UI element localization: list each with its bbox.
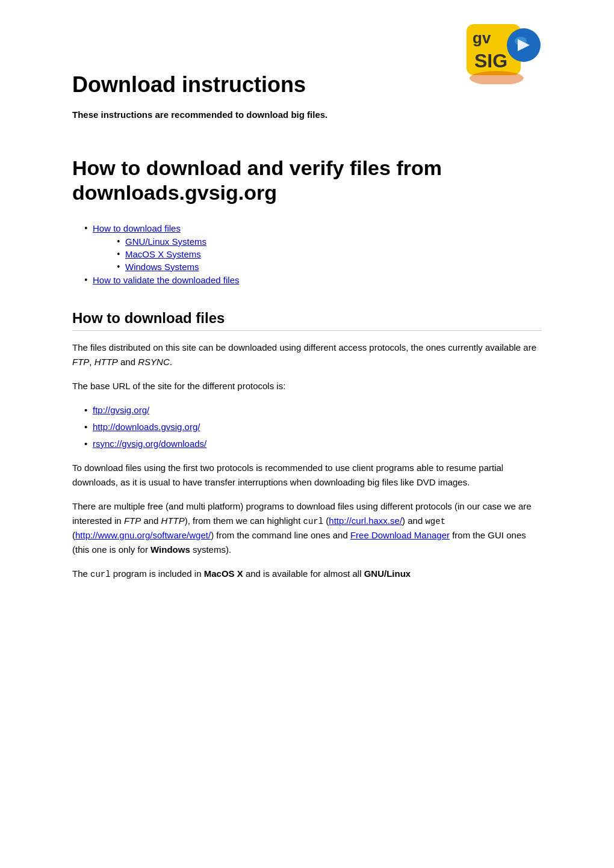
para4-http: HTTP (161, 516, 185, 526)
toc-subitem-2: MacOS X Systems (117, 249, 542, 260)
url-link-http[interactable]: http://downloads.gvsig.org/ (93, 422, 200, 432)
toc-link-validate[interactable]: How to validate the downloaded files (93, 275, 240, 285)
page-container: gv SIG Download instructions These instr… (36, 0, 578, 615)
wget-link[interactable]: http://www.gnu.org/software/wget/ (75, 530, 211, 540)
toc-subitem-3: Windows Systems (117, 262, 542, 272)
toc-sublist: GNU/Linux Systems MacOS X Systems Window… (93, 236, 542, 272)
url-link-ftp[interactable]: ftp://gvsig.org/ (93, 405, 149, 415)
section2-heading: How to download files (72, 310, 542, 331)
para4: There are multiple free (and multi platf… (72, 499, 542, 557)
curl-link[interactable]: http://curl.haxx.se/ (329, 516, 402, 526)
para1-http: HTTP (95, 357, 118, 367)
toc-link-windows[interactable]: Windows Systems (125, 262, 199, 272)
toc-link-download[interactable]: How to download files (93, 223, 181, 233)
para4-curl-code: curl (303, 517, 324, 526)
toc-item-2: How to validate the downloaded files (84, 275, 542, 286)
fdm-link[interactable]: Free Download Manager (350, 530, 450, 540)
section1-heading: How to download and verify files from do… (72, 156, 542, 205)
url-item-http: http://downloads.gvsig.org/ (84, 420, 542, 434)
page-subtitle: These instructions are recommended to do… (72, 109, 542, 120)
svg-text:gv: gv (473, 29, 491, 47)
para5-bold-gnu: GNU/Linux (364, 568, 411, 579)
para5: The curl program is included in MacOS X … (72, 567, 542, 581)
gvsig-logo: gv SIG (464, 18, 542, 84)
url-link-rsync[interactable]: rsync://gvsig.org/downloads/ (93, 439, 206, 449)
para5-bold-macos: MacOS X (204, 568, 243, 579)
url-item-ftp: ftp://gvsig.org/ (84, 403, 542, 417)
para4-wget-code: wget (425, 517, 445, 526)
section1-container: How to download and verify files from do… (72, 156, 542, 286)
url-item-rsync: rsync://gvsig.org/downloads/ (84, 437, 542, 451)
toc-link-macos[interactable]: MacOS X Systems (125, 249, 201, 259)
section2-container: How to download files The files distribu… (72, 310, 542, 582)
svg-text:SIG: SIG (474, 50, 507, 72)
logo-area: gv SIG (464, 18, 542, 84)
url-list: ftp://gvsig.org/ http://downloads.gvsig.… (72, 403, 542, 451)
para1: The files distributed on this site can b… (72, 340, 542, 369)
toc-item-1: How to download files GNU/Linux Systems … (84, 223, 542, 272)
toc-subitem-1: GNU/Linux Systems (117, 236, 542, 247)
toc-link-gnu[interactable]: GNU/Linux Systems (125, 236, 206, 247)
para3: To download files using the first two pr… (72, 461, 542, 490)
para5-curl-code: curl (90, 570, 111, 579)
toc-list: How to download files GNU/Linux Systems … (72, 223, 542, 286)
para2: The base URL of the site for the differe… (72, 379, 542, 393)
para1-ftp: FTP (72, 357, 89, 367)
para4-ftp: FTP (124, 516, 141, 526)
para1-rsync: RSYNC (138, 357, 170, 367)
para4-bold-windows: Windows (150, 544, 190, 555)
